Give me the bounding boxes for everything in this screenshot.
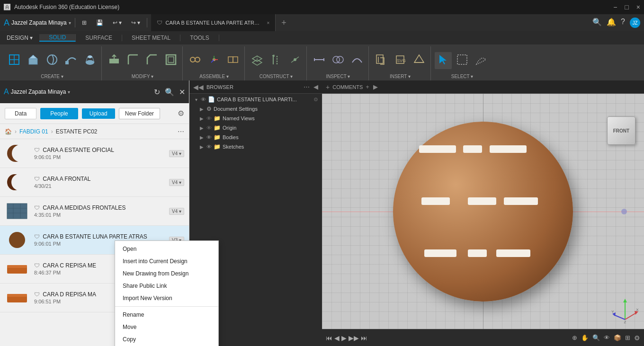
file-item-2[interactable]: 🛡 CARA A MEDIDAS FRONTALES 4:35:01 PM V4… bbox=[0, 197, 189, 226]
doc-tab-close[interactable]: × bbox=[267, 20, 269, 26]
file-version-1[interactable]: V4 ▾ bbox=[169, 179, 184, 186]
left-search-icon[interactable]: 🔍 bbox=[165, 88, 174, 97]
play-prev-button[interactable]: ◀ bbox=[334, 334, 340, 342]
offset-plane-icon[interactable] bbox=[249, 52, 266, 69]
play-button[interactable]: ▶ bbox=[341, 334, 347, 342]
pan-icon[interactable]: ✋ bbox=[581, 334, 589, 341]
view-icon[interactable]: 👁 bbox=[604, 334, 610, 341]
box-select-icon[interactable] bbox=[454, 52, 471, 69]
minimize-button[interactable]: − bbox=[613, 3, 617, 11]
file-item-0[interactable]: 🛡 CARA A ESTANTE OFICIAL 9:06:01 PM V4 ▾ bbox=[0, 139, 189, 168]
root-eye-icon[interactable]: 👁 bbox=[201, 97, 206, 102]
panel-settings-icon[interactable]: ⚙ bbox=[178, 109, 184, 118]
sketches-eye-icon[interactable]: 👁 bbox=[206, 144, 212, 150]
comments-add-icon[interactable]: + bbox=[326, 83, 330, 91]
tab-tools[interactable]: TOOLS bbox=[180, 35, 219, 41]
browser-sketches[interactable]: ▶ 👁 📁 Sketches bbox=[189, 142, 322, 151]
extrude-icon[interactable] bbox=[25, 52, 42, 69]
chamfer-icon[interactable] bbox=[143, 52, 161, 69]
root-expand-icon[interactable]: ▾ bbox=[193, 97, 199, 102]
viewport[interactable]: ◀◀ BROWSER ⋯ ◀ ▾ 👁 📄 CARA B bbox=[189, 80, 644, 346]
grid-icon[interactable]: ⊞ bbox=[625, 334, 630, 341]
play-last-button[interactable]: ⏭ bbox=[361, 334, 367, 342]
create-label[interactable]: CREATE ▾ bbox=[41, 72, 63, 80]
insert-svg-icon[interactable]: SVG bbox=[392, 52, 409, 69]
new-component-icon[interactable] bbox=[6, 52, 23, 69]
browser-named-views[interactable]: ▶ 👁 📁 Named Views bbox=[189, 114, 322, 123]
play-first-button[interactable]: ⏮ bbox=[326, 334, 332, 342]
measure-icon[interactable] bbox=[311, 52, 328, 69]
doc-settings-expand[interactable]: ▶ bbox=[199, 106, 205, 112]
ctx-rename[interactable]: Rename bbox=[115, 309, 218, 321]
tab-surface[interactable]: SURFACE bbox=[76, 35, 122, 41]
nav-cube[interactable]: FRONT bbox=[603, 113, 639, 149]
file-item-1[interactable]: 🛡 CARA A FRONTAL 4/30/21 V4 ▾ bbox=[0, 168, 189, 197]
ctx-new-drawing[interactable]: New Drawing from Design bbox=[115, 267, 218, 280]
ctx-import[interactable]: Import New Version bbox=[115, 292, 218, 304]
play-next-button[interactable]: ▶▶ bbox=[349, 334, 359, 342]
root-settings-icon[interactable]: ⚙ bbox=[313, 97, 318, 103]
comments-expand-icon[interactable]: + bbox=[366, 83, 369, 90]
user-menu[interactable]: A Jazzel Zapata Minaya ▾ bbox=[4, 18, 71, 28]
orbit-icon[interactable]: ⊕ bbox=[572, 334, 577, 341]
press-pull-icon[interactable] bbox=[106, 52, 123, 69]
browser-root-item[interactable]: ▾ 👁 📄 CARA B ESTANTE LUNA PARTI... ⚙ bbox=[189, 95, 322, 104]
file-version-0[interactable]: V4 ▾ bbox=[169, 150, 184, 157]
file-version-2[interactable]: V4 ▾ bbox=[169, 208, 184, 215]
sketches-expand[interactable]: ▶ bbox=[199, 144, 205, 150]
new-tab-button[interactable]: + bbox=[276, 18, 292, 28]
ctx-insert[interactable]: Insert into Current Design bbox=[115, 255, 218, 267]
ctx-share[interactable]: Share Public Link bbox=[115, 280, 218, 292]
breadcrumb-options-icon[interactable]: ⋯ bbox=[178, 128, 184, 135]
redo-button[interactable]: ↪ ▾ bbox=[128, 18, 143, 27]
left-user-menu[interactable]: A Jazzel Zapata Minaya ▾ bbox=[4, 88, 70, 96]
insert-label[interactable]: INSERT ▾ bbox=[390, 72, 411, 80]
refresh-icon[interactable]: ↻ bbox=[154, 88, 160, 97]
insert-mesh-icon[interactable] bbox=[411, 52, 428, 69]
people-tab-button[interactable]: People bbox=[40, 108, 78, 119]
joint-origin-icon[interactable] bbox=[206, 52, 223, 69]
home-icon[interactable]: 🏠 bbox=[5, 128, 12, 135]
modify-label[interactable]: MODIFY ▾ bbox=[132, 72, 153, 80]
doc-tab[interactable]: 🛡 CARA B ESTANTE LUNA PARTE ATRAS v3 × bbox=[151, 14, 276, 31]
browser-doc-settings[interactable]: ▶ ⚙ Document Settings bbox=[189, 104, 322, 114]
tab-solid[interactable]: SOLID bbox=[39, 34, 76, 42]
close-button[interactable]: × bbox=[636, 3, 640, 11]
origin-eye-icon[interactable]: 👁 bbox=[206, 125, 212, 131]
grid-view-button[interactable]: ⊞ bbox=[79, 18, 89, 27]
select-label[interactable]: SELECT ▾ bbox=[451, 72, 474, 80]
display-icon[interactable]: 📦 bbox=[614, 334, 621, 341]
zoom-icon[interactable]: 🔍 bbox=[592, 334, 600, 341]
tab-sheet-metal[interactable]: SHEET METAL bbox=[122, 35, 180, 41]
upload-button[interactable]: Upload bbox=[82, 108, 115, 119]
browser-origin[interactable]: ▶ 👁 📁 Origin bbox=[189, 123, 322, 133]
data-tab-button[interactable]: Data bbox=[5, 108, 36, 119]
new-folder-button[interactable]: New Folder bbox=[119, 108, 160, 119]
comments-collapse-icon[interactable]: ▶ bbox=[373, 83, 378, 90]
fillet-icon[interactable] bbox=[125, 52, 142, 69]
search-icon[interactable]: 🔍 bbox=[592, 18, 602, 28]
browser-close-icon[interactable]: ◀ bbox=[313, 83, 318, 90]
left-close-icon[interactable]: ✕ bbox=[179, 88, 185, 97]
assemble-label[interactable]: ASSEMBLE ▾ bbox=[199, 72, 229, 80]
browser-collapse-icon[interactable]: ◀◀ bbox=[193, 83, 204, 91]
user-avatar[interactable]: JZ bbox=[630, 18, 640, 28]
settings-cog-icon[interactable]: ⚙ bbox=[634, 334, 640, 342]
shell-icon[interactable] bbox=[162, 52, 179, 69]
loft-icon[interactable] bbox=[81, 52, 98, 69]
construct-label[interactable]: CONSTRUCT ▾ bbox=[259, 72, 293, 80]
paint-select-icon[interactable] bbox=[473, 52, 490, 69]
undo-button[interactable]: ↩ ▾ bbox=[110, 18, 125, 27]
bodies-eye-icon[interactable]: 👁 bbox=[206, 134, 212, 140]
maximize-button[interactable]: □ bbox=[625, 3, 628, 11]
ctx-move[interactable]: Move bbox=[115, 321, 218, 333]
user-dropdown-icon[interactable]: ▾ bbox=[69, 20, 71, 26]
point-at-icon[interactable] bbox=[286, 52, 304, 69]
breadcrumb-project[interactable]: FABDIG 01 bbox=[19, 128, 48, 135]
browser-options-icon[interactable]: ⋯ bbox=[304, 83, 310, 90]
nav-cube-face[interactable]: FRONT bbox=[607, 116, 635, 145]
rigid-group-icon[interactable] bbox=[224, 52, 242, 69]
canvas-area[interactable]: FRONT Z X bbox=[322, 94, 644, 329]
curvature-icon[interactable] bbox=[349, 52, 366, 69]
browser-bodies[interactable]: ▶ 👁 📁 Bodies bbox=[189, 133, 322, 142]
